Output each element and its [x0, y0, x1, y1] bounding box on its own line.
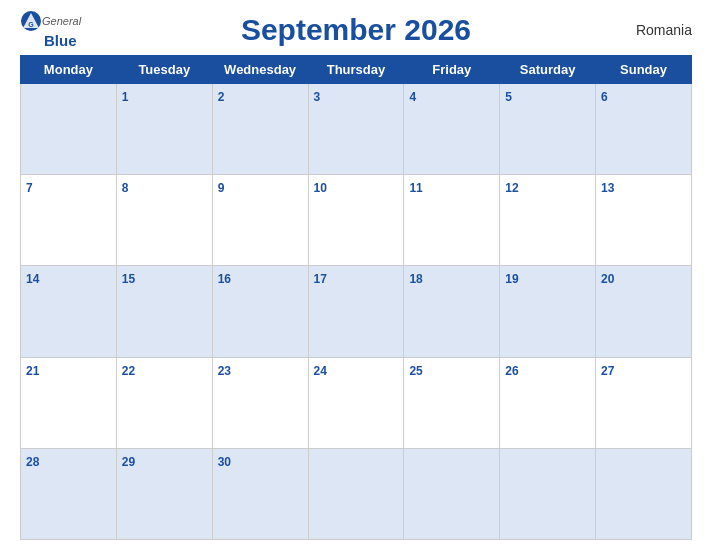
day-number: 26	[505, 364, 518, 378]
calendar-cell	[308, 448, 404, 539]
calendar-cell: 26	[500, 357, 596, 448]
calendar-cell: 6	[596, 84, 692, 175]
logo-general-text: General	[42, 15, 81, 27]
calendar-cell	[404, 448, 500, 539]
calendar-cell: 9	[212, 175, 308, 266]
calendar-cell	[500, 448, 596, 539]
svg-text:G: G	[28, 21, 34, 28]
day-number: 30	[218, 455, 231, 469]
calendar-cell: 10	[308, 175, 404, 266]
calendar-header: G General Blue September 2026 Romania	[20, 10, 692, 49]
day-number: 23	[218, 364, 231, 378]
day-number: 5	[505, 90, 512, 104]
day-number: 1	[122, 90, 129, 104]
day-number: 3	[314, 90, 321, 104]
calendar-cell: 18	[404, 266, 500, 357]
calendar-cell: 24	[308, 357, 404, 448]
calendar-header-row: MondayTuesdayWednesdayThursdayFridaySatu…	[21, 56, 692, 84]
day-header-tuesday: Tuesday	[116, 56, 212, 84]
calendar-cell: 29	[116, 448, 212, 539]
logo-blue-text: Blue	[44, 32, 77, 49]
day-number: 6	[601, 90, 608, 104]
calendar-cell	[21, 84, 117, 175]
day-number: 9	[218, 181, 225, 195]
day-header-wednesday: Wednesday	[212, 56, 308, 84]
calendar-cell: 13	[596, 175, 692, 266]
calendar-cell: 7	[21, 175, 117, 266]
day-number: 24	[314, 364, 327, 378]
calendar-cell: 28	[21, 448, 117, 539]
calendar-title: September 2026	[110, 13, 602, 47]
day-number: 25	[409, 364, 422, 378]
day-header-friday: Friday	[404, 56, 500, 84]
day-header-saturday: Saturday	[500, 56, 596, 84]
calendar-cell: 5	[500, 84, 596, 175]
day-number: 17	[314, 272, 327, 286]
calendar-cell: 8	[116, 175, 212, 266]
calendar-cell: 11	[404, 175, 500, 266]
day-number: 22	[122, 364, 135, 378]
day-number: 14	[26, 272, 39, 286]
calendar-cell: 19	[500, 266, 596, 357]
day-number: 15	[122, 272, 135, 286]
calendar-cell: 27	[596, 357, 692, 448]
day-number: 10	[314, 181, 327, 195]
calendar-cell: 21	[21, 357, 117, 448]
calendar-week-row: 21222324252627	[21, 357, 692, 448]
calendar-cell: 20	[596, 266, 692, 357]
country-label: Romania	[602, 22, 692, 38]
calendar-cell: 25	[404, 357, 500, 448]
day-number: 27	[601, 364, 614, 378]
day-number: 18	[409, 272, 422, 286]
calendar-cell: 3	[308, 84, 404, 175]
day-number: 7	[26, 181, 33, 195]
calendar-table: MondayTuesdayWednesdayThursdayFridaySatu…	[20, 55, 692, 540]
day-number: 20	[601, 272, 614, 286]
day-number: 11	[409, 181, 422, 195]
day-headers-row: MondayTuesdayWednesdayThursdayFridaySatu…	[21, 56, 692, 84]
day-number: 2	[218, 90, 225, 104]
day-number: 29	[122, 455, 135, 469]
calendar-cell: 2	[212, 84, 308, 175]
calendar-body: 1234567891011121314151617181920212223242…	[21, 84, 692, 540]
calendar-cell: 16	[212, 266, 308, 357]
calendar-cell: 17	[308, 266, 404, 357]
calendar-week-row: 123456	[21, 84, 692, 175]
day-header-monday: Monday	[21, 56, 117, 84]
day-number: 13	[601, 181, 614, 195]
day-header-sunday: Sunday	[596, 56, 692, 84]
day-number: 12	[505, 181, 518, 195]
calendar-cell: 15	[116, 266, 212, 357]
day-header-thursday: Thursday	[308, 56, 404, 84]
calendar-cell: 22	[116, 357, 212, 448]
day-number: 8	[122, 181, 129, 195]
day-number: 19	[505, 272, 518, 286]
calendar-cell: 14	[21, 266, 117, 357]
day-number: 16	[218, 272, 231, 286]
calendar-cell: 30	[212, 448, 308, 539]
calendar-week-row: 282930	[21, 448, 692, 539]
logo: G General Blue	[20, 10, 110, 49]
calendar-cell: 1	[116, 84, 212, 175]
calendar-cell: 12	[500, 175, 596, 266]
day-number: 21	[26, 364, 39, 378]
day-number: 4	[409, 90, 416, 104]
calendar-cell: 23	[212, 357, 308, 448]
calendar-week-row: 78910111213	[21, 175, 692, 266]
calendar-week-row: 14151617181920	[21, 266, 692, 357]
logo-icon: G	[20, 10, 42, 32]
calendar-cell	[596, 448, 692, 539]
day-number: 28	[26, 455, 39, 469]
calendar-cell: 4	[404, 84, 500, 175]
